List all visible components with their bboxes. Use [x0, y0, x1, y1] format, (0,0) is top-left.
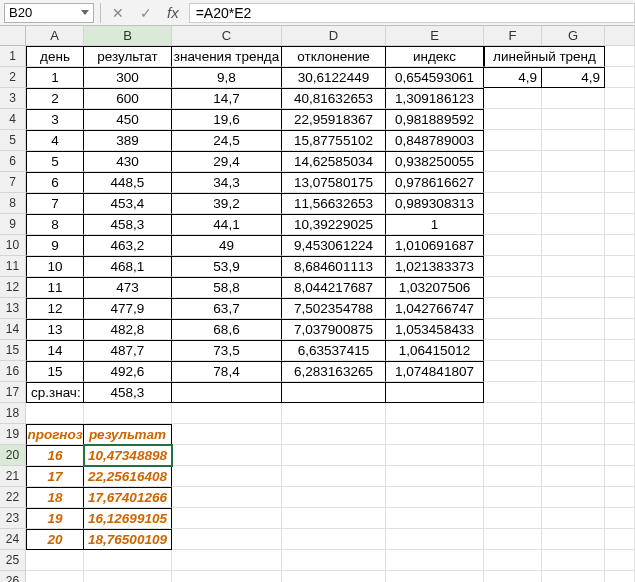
cell[interactable] [386, 424, 484, 445]
cell[interactable] [484, 424, 542, 445]
row-header[interactable]: 10 [0, 235, 26, 256]
cell[interactable] [542, 466, 605, 487]
cell-trend[interactable]: 19,6 [172, 109, 282, 130]
cell[interactable] [484, 445, 542, 466]
row-header[interactable]: 4 [0, 109, 26, 130]
cell-f[interactable] [484, 256, 542, 277]
cell-fc-day[interactable]: 17 [26, 466, 84, 487]
cell-day[interactable]: 3 [26, 109, 84, 130]
cell-result[interactable]: 453,4 [84, 193, 172, 214]
cell[interactable] [542, 445, 605, 466]
col-header[interactable]: B [84, 26, 172, 46]
empty-cell[interactable] [605, 130, 635, 151]
cell[interactable] [26, 403, 84, 424]
cell-index[interactable]: 0,938250055 [386, 151, 484, 172]
cell[interactable] [386, 571, 484, 582]
cell-g[interactable] [542, 214, 605, 235]
cell[interactable] [605, 445, 635, 466]
cell[interactable] [26, 571, 84, 582]
cell-deviation[interactable]: 15,87755102 [282, 130, 386, 151]
cell-trend[interactable]: 73,5 [172, 340, 282, 361]
cell[interactable] [172, 445, 282, 466]
cell-deviation[interactable]: 11,56632653 [282, 193, 386, 214]
header-result[interactable]: результат [84, 46, 172, 67]
cell[interactable] [386, 466, 484, 487]
cell-result[interactable]: 448,5 [84, 172, 172, 193]
cell-deviation[interactable]: 30,6122449 [282, 67, 386, 88]
cell[interactable] [386, 508, 484, 529]
cell[interactable] [172, 571, 282, 582]
row-header[interactable]: 19 [0, 424, 26, 445]
cell-g[interactable]: 4,9 [542, 67, 605, 88]
cell-f[interactable] [484, 298, 542, 319]
cell-fc-day[interactable]: 16 [26, 445, 84, 466]
row-header[interactable]: 3 [0, 88, 26, 109]
cell[interactable] [605, 550, 635, 571]
header-day[interactable]: день [26, 46, 84, 67]
cell[interactable] [84, 550, 172, 571]
header-linear-trend[interactable]: линейный тренд [484, 46, 605, 67]
cell[interactable] [282, 508, 386, 529]
cell-g[interactable] [542, 151, 605, 172]
empty-cell[interactable] [605, 46, 635, 67]
cell-f[interactable] [484, 172, 542, 193]
cell[interactable] [542, 529, 605, 550]
cell[interactable] [172, 508, 282, 529]
row-header[interactable]: 20 [0, 445, 26, 466]
empty-cell[interactable] [605, 382, 635, 403]
cell-g[interactable] [542, 88, 605, 109]
row-header[interactable]: 22 [0, 487, 26, 508]
row-header[interactable]: 9 [0, 214, 26, 235]
cell[interactable] [605, 529, 635, 550]
cell-index[interactable]: 1,042766747 [386, 298, 484, 319]
cell[interactable] [282, 529, 386, 550]
cell-deviation[interactable]: 7,502354788 [282, 298, 386, 319]
cell-day[interactable]: 9 [26, 235, 84, 256]
cell[interactable] [282, 487, 386, 508]
cell-result[interactable]: 473 [84, 277, 172, 298]
cell-result[interactable]: 468,1 [84, 256, 172, 277]
cell-g[interactable] [542, 235, 605, 256]
confirm-icon[interactable]: ✓ [135, 3, 157, 23]
cell[interactable] [386, 445, 484, 466]
cell[interactable] [172, 403, 282, 424]
cell[interactable] [484, 466, 542, 487]
cell[interactable] [484, 508, 542, 529]
header-forecast[interactable]: прогноз [26, 424, 84, 445]
row-header[interactable]: 1 [0, 46, 26, 67]
cell-deviation[interactable]: 6,63537415 [282, 340, 386, 361]
cell-g[interactable] [542, 130, 605, 151]
cell-index[interactable]: 0,989308313 [386, 193, 484, 214]
cell-g[interactable] [542, 361, 605, 382]
col-header[interactable] [605, 26, 635, 46]
cell-day[interactable]: 7 [26, 193, 84, 214]
cell[interactable] [282, 403, 386, 424]
cell[interactable] [605, 466, 635, 487]
cell-f[interactable] [484, 151, 542, 172]
cell[interactable] [542, 571, 605, 582]
cell[interactable] [282, 550, 386, 571]
cell-day[interactable]: 2 [26, 88, 84, 109]
cell-deviation[interactable]: 40,81632653 [282, 88, 386, 109]
cell[interactable] [282, 424, 386, 445]
cell-index[interactable]: 0,848789003 [386, 130, 484, 151]
cell-trend[interactable]: 29,4 [172, 151, 282, 172]
cell-result[interactable]: 482,8 [84, 319, 172, 340]
cell-trend[interactable]: 78,4 [172, 361, 282, 382]
empty-cell[interactable] [605, 340, 635, 361]
row-header[interactable]: 17 [0, 382, 26, 403]
cell-f[interactable] [484, 235, 542, 256]
row-header[interactable]: 8 [0, 193, 26, 214]
cell-day[interactable]: 10 [26, 256, 84, 277]
chevron-down-icon[interactable] [81, 10, 89, 15]
name-box[interactable]: B20 [4, 3, 94, 23]
col-header[interactable]: G [542, 26, 605, 46]
cell[interactable] [172, 466, 282, 487]
cell[interactable] [484, 550, 542, 571]
cell-index[interactable]: 1,06415012 [386, 340, 484, 361]
cell-deviation[interactable]: 14,62585034 [282, 151, 386, 172]
cell-trend[interactable]: 58,8 [172, 277, 282, 298]
cell-day[interactable]: 5 [26, 151, 84, 172]
row-header[interactable]: 2 [0, 67, 26, 88]
row-header[interactable]: 24 [0, 529, 26, 550]
